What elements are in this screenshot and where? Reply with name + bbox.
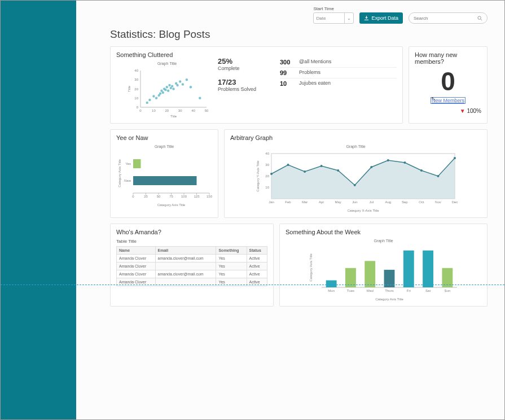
svg-text:Category Y-Axis Title: Category Y-Axis Title	[256, 160, 260, 192]
table-row[interactable]: Amanda Cloveramanda.clover@mail.comYesAc…	[117, 270, 267, 278]
svg-text:Apr: Apr	[318, 200, 323, 204]
svg-point-15	[148, 99, 151, 101]
svg-text:10: 10	[265, 186, 269, 189]
svg-text:0: 0	[137, 106, 139, 109]
svg-point-32	[179, 80, 181, 82]
svg-text:Title: Title	[128, 85, 131, 92]
svg-text:Category X-Axis Title: Category X-Axis Title	[347, 209, 379, 212]
table-title: Table Title	[116, 239, 267, 244]
svg-text:25: 25	[144, 195, 148, 198]
svg-point-24	[166, 86, 168, 88]
svg-text:Naw: Naw	[124, 179, 131, 182]
svg-point-68	[320, 165, 322, 167]
table-row[interactable]: Amanda CloverYesActive	[117, 278, 267, 286]
table-row[interactable]: Amanda CloverYesActive	[117, 262, 267, 270]
card-title: Who's Amanda?	[116, 229, 267, 235]
toolbar: Start Time Date ⌄ Export Data	[110, 6, 488, 24]
svg-text:Mon: Mon	[328, 289, 335, 292]
svg-text:Title: Title	[170, 115, 177, 118]
export-data-button[interactable]: Export Data	[359, 12, 403, 24]
solved-value: 17/23	[218, 78, 280, 86]
bar-chart: MonTuesWedThursFriSatSunCategory Axis Ti…	[308, 245, 460, 301]
scatter-chart: 01020304050010203040TitleTitle	[125, 68, 209, 119]
svg-text:40: 40	[134, 69, 138, 72]
complete-label: Complete	[218, 65, 280, 71]
svg-point-29	[172, 88, 174, 90]
chevron-down-icon: ⌄	[344, 13, 351, 23]
svg-point-67	[304, 170, 306, 173]
column-header: Status	[247, 247, 267, 255]
svg-rect-92	[326, 281, 336, 287]
svg-point-75	[437, 175, 439, 177]
export-button-label: Export Data	[371, 15, 398, 21]
area-chart: 10203040JanFebMarAprMayJunJulAugSepOctNo…	[254, 151, 458, 213]
svg-point-0	[478, 16, 481, 19]
svg-text:20: 20	[134, 88, 138, 91]
hbar-chart: 0255075100125150YesNawCategory Axis Titl…	[116, 151, 212, 207]
svg-text:30: 30	[265, 163, 269, 167]
complete-pct: 25%	[218, 57, 280, 65]
svg-point-26	[168, 84, 170, 86]
svg-text:50: 50	[157, 195, 161, 198]
svg-text:Dec: Dec	[451, 200, 457, 204]
members-pct: ▼ 100%	[415, 108, 481, 114]
svg-point-76	[454, 157, 456, 159]
card-title: Something Cluttered	[116, 51, 218, 58]
triangle-down-icon: ▼	[460, 108, 466, 114]
svg-point-73	[403, 161, 406, 164]
amanda-table: NameEmailSomethingStatusAmanda Cloverama…	[116, 246, 267, 286]
new-members-link[interactable]: New Members	[431, 97, 466, 104]
svg-text:10: 10	[134, 97, 138, 100]
svg-text:Sat: Sat	[425, 289, 431, 292]
svg-text:Category Axis Title: Category Axis Title	[309, 253, 313, 281]
svg-point-23	[164, 89, 166, 91]
card-week: Something About the Week Graph Title Mon…	[279, 224, 488, 307]
card-arbitrary-graph: Arbitrary Graph Graph Title 10203040JanF…	[224, 129, 488, 218]
svg-text:125: 125	[194, 195, 200, 198]
chart-title: Graph Title	[116, 62, 218, 65]
stat-row: 300@all Mentions	[280, 57, 397, 67]
svg-text:Tues: Tues	[346, 289, 354, 292]
svg-text:Fri: Fri	[406, 289, 410, 292]
chart-title: Graph Title	[286, 239, 481, 243]
svg-point-25	[167, 90, 169, 92]
svg-text:40: 40	[265, 152, 269, 155]
svg-text:Category Axis Title: Category Axis Title	[118, 159, 121, 187]
svg-point-72	[387, 159, 389, 161]
svg-rect-98	[384, 270, 394, 287]
svg-text:May: May	[335, 200, 341, 204]
card-title: Yee or Naw	[116, 134, 212, 141]
date-select[interactable]: Date ⌄	[313, 12, 354, 24]
svg-point-17	[155, 97, 157, 99]
svg-rect-54	[133, 159, 141, 168]
start-time-label: Start Time	[313, 6, 354, 11]
column-header: Name	[117, 247, 156, 255]
svg-point-70	[353, 184, 355, 186]
card-something-cluttered: Something Cluttered Graph Title 01020304…	[110, 46, 403, 124]
svg-text:Nov: Nov	[435, 200, 441, 204]
card-title: How many new members?	[415, 51, 481, 65]
svg-point-33	[182, 83, 184, 85]
svg-text:100: 100	[181, 195, 187, 198]
svg-point-21	[162, 91, 164, 94]
column-header: Email	[155, 247, 216, 255]
svg-text:Aug: Aug	[385, 200, 391, 204]
svg-rect-104	[442, 268, 453, 287]
svg-point-35	[190, 86, 192, 88]
svg-text:Jan: Jan	[269, 200, 274, 204]
svg-point-31	[176, 84, 178, 86]
svg-text:0: 0	[139, 109, 142, 112]
svg-text:Jul: Jul	[369, 200, 374, 204]
svg-point-66	[287, 164, 289, 166]
table-row[interactable]: Amanda Cloveramanda.clover@mail.comYesAc…	[117, 255, 267, 262]
search-input[interactable]	[414, 16, 477, 21]
svg-point-65	[270, 173, 273, 175]
solved-label: Problems Solved	[218, 86, 280, 92]
svg-point-36	[199, 97, 201, 99]
svg-point-28	[171, 85, 173, 87]
card-new-members: How many new members? 0 New Members ▼ 10…	[409, 46, 488, 124]
svg-text:Sep: Sep	[402, 200, 408, 204]
svg-text:Feb: Feb	[285, 200, 291, 204]
svg-text:Sun: Sun	[444, 289, 450, 292]
search-box[interactable]	[409, 12, 488, 24]
